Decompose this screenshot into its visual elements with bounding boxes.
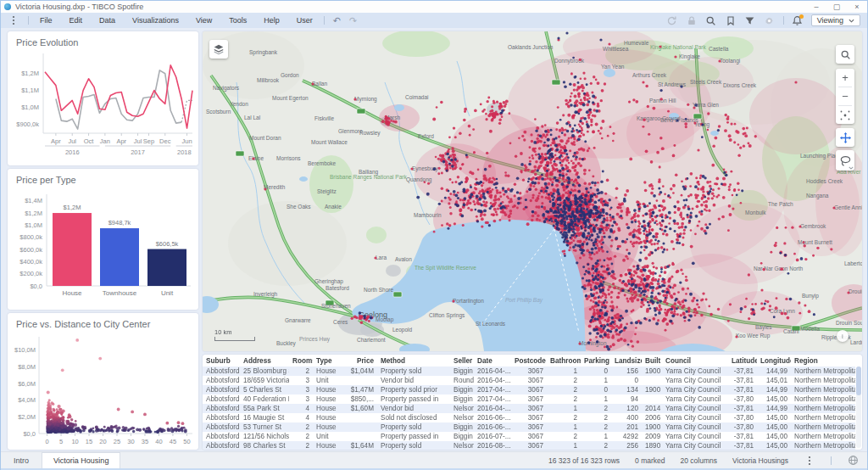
svg-text:Apr: Apr [51, 137, 61, 145]
table-cell: 2017-04-... [474, 385, 511, 394]
table-cell: 25 Bloomburg St [240, 366, 289, 376]
table-cell: 2 [547, 394, 581, 404]
map-label: Batesford [326, 285, 349, 291]
tab-intro[interactable]: Intro [3, 452, 40, 468]
column-header-parking[interactable]: Parking [581, 355, 611, 366]
table-cell: Northern Metropolitan [791, 422, 855, 432]
price-evolution-chart[interactable]: $1,2M$1,1M$1,0M$900,0kAprJulOctJanAprJul… [8, 50, 198, 164]
menu-item-help[interactable]: Help [261, 14, 282, 26]
column-header-latitude[interactable]: Latitude [728, 355, 757, 366]
column-header-landsize[interactable]: Landsize [611, 355, 642, 366]
table-cell: Northern Metropolitan [791, 432, 855, 441]
minimize-button[interactable]: – [806, 2, 826, 13]
table-cell: Vendor bid [377, 376, 450, 385]
menu-item-data[interactable]: Data [97, 14, 118, 26]
window-title: Victoria Housing.dxp - TIBCO Spotfire [15, 3, 143, 11]
zoom-out-button[interactable]: − [836, 87, 854, 105]
map-label: Steiglitz [317, 188, 337, 195]
map-visualization[interactable]: NavigatorsScotsburnYendonLal LalMount Eg… [203, 31, 862, 351]
column-header-suburb[interactable]: Suburb [203, 355, 240, 366]
tab-victoria-housing[interactable]: Victoria Housing [42, 452, 120, 468]
map-attribution-button[interactable]: i [837, 330, 849, 342]
table-cell: 201 [611, 422, 642, 432]
table-row[interactable]: Abbotsford5 Charles St3House$1,47MProper… [203, 385, 855, 394]
column-header-seller[interactable]: Seller [450, 355, 474, 366]
svg-text:$1,1M: $1,1M [21, 87, 39, 94]
menu-item-file[interactable]: File [37, 14, 55, 26]
price-distance-chart[interactable]: $0,0$2,0M$4,0M$6,0M$8,0M$10,0M0510152025… [8, 330, 198, 449]
table-cell: Northern Metropolitan [791, 413, 855, 422]
table-cell: House [313, 366, 342, 376]
more-menu-icon[interactable] [8, 14, 19, 26]
zoom-in-button[interactable]: + [836, 69, 854, 87]
column-header-rooms[interactable]: Rooms [289, 355, 313, 366]
table-cell: Property sold [377, 422, 450, 432]
table-row[interactable]: Abbotsford53 Turner St2HouseProperty sol… [203, 422, 855, 432]
sync-icon[interactable] [666, 14, 678, 26]
column-header-bathroom[interactable]: Bathroom [547, 355, 581, 366]
column-header-postcode[interactable]: Postcode [511, 355, 547, 366]
table-cell: Biggin [450, 432, 474, 441]
table-row[interactable]: Abbotsford40 Federation La3House$850,...… [203, 394, 855, 404]
svg-text:$0,0: $0,0 [23, 430, 36, 438]
svg-text:$2,0M: $2,0M [18, 413, 36, 421]
zoom-reset-button[interactable] [836, 106, 854, 124]
redo-icon[interactable]: ↷ [349, 15, 357, 26]
table-cell: 2016-06-... [474, 422, 511, 432]
pan-tool-button[interactable] [836, 128, 854, 147]
close-button[interactable]: × [847, 2, 867, 13]
active-table-name: Victoria Housings [732, 456, 788, 465]
map-label: Lardner [850, 339, 862, 345]
table-row[interactable]: Abbotsford98 Charles St2House$1,64MPrope… [203, 441, 855, 450]
table-row[interactable]: Abbotsford16 Maugie St4HouseSold not dis… [203, 413, 855, 422]
menu-item-edit[interactable]: Edit [67, 14, 86, 26]
column-header-method[interactable]: Method [377, 355, 450, 366]
map-search-button[interactable] [836, 45, 854, 64]
column-header-type[interactable]: Type [313, 355, 342, 366]
filter-icon[interactable] [744, 14, 756, 26]
table-row[interactable]: Abbotsford55a Park St4House$1,60MVendor … [203, 404, 855, 413]
menu-item-view[interactable]: View [193, 14, 214, 26]
table-row[interactable]: Abbotsford25 Bloomburg St2House$1,04MPro… [203, 366, 855, 376]
column-header-council[interactable]: Council [662, 355, 728, 366]
table-scrollbar[interactable] [856, 366, 861, 448]
separator [831, 456, 832, 465]
bookmarks-icon[interactable] [725, 14, 737, 26]
maximize-button[interactable]: ▢ [826, 2, 847, 13]
table-cell: 0 [611, 376, 642, 385]
lock-icon[interactable] [686, 14, 698, 26]
table-cell: 145,00 [757, 432, 791, 441]
map-label: Quandong [406, 176, 432, 183]
table-cell: Biggin [450, 422, 474, 432]
settings-icon[interactable] [764, 14, 776, 26]
globe-icon[interactable] [847, 455, 859, 467]
notifications-icon[interactable] [792, 14, 804, 26]
viewing-mode-dropdown[interactable]: Viewing [811, 14, 860, 26]
column-header-region[interactable]: Region [791, 355, 855, 366]
column-header-address[interactable]: Address [240, 355, 289, 366]
table-cell: 18/659 Victoria St [240, 376, 289, 385]
menu-item-tools[interactable]: Tools [226, 14, 249, 26]
svg-text:10: 10 [71, 438, 78, 445]
column-header-price[interactable]: Price [342, 355, 377, 366]
status-more-icon[interactable] [804, 455, 815, 467]
map-label: Scotsburn [206, 109, 231, 115]
map-layers-button[interactable] [209, 40, 228, 59]
lasso-tool-button[interactable] [836, 150, 854, 171]
price-per-type-chart[interactable]: $1,4M$1,2M$1,0M$800,0k$600,0k$400,0k$200… [8, 186, 198, 308]
scrollbar-thumb[interactable] [856, 366, 861, 395]
menu-item-user[interactable]: User [294, 14, 315, 26]
undo-icon[interactable]: ↶ [333, 15, 341, 26]
column-header-date[interactable]: Date [474, 355, 511, 366]
map-label: Rowsley [359, 130, 381, 137]
map-label: Mount Doran [249, 135, 281, 141]
table-cell: -37,81 [728, 366, 757, 376]
map-label: Whittlesea [603, 46, 629, 52]
column-header-longitude[interactable]: Longitude [757, 355, 791, 366]
table-row[interactable]: Abbotsford121/56 Nicholso...2UnitPropert… [203, 432, 855, 441]
menu-item-visualizations[interactable]: Visualizations [130, 14, 181, 26]
column-header-built[interactable]: Built [642, 355, 662, 366]
search-icon[interactable] [705, 14, 717, 26]
table-cell: 3067 [511, 366, 547, 376]
table-row[interactable]: Abbotsford18/659 Victoria St3UnitVendor … [203, 376, 855, 385]
